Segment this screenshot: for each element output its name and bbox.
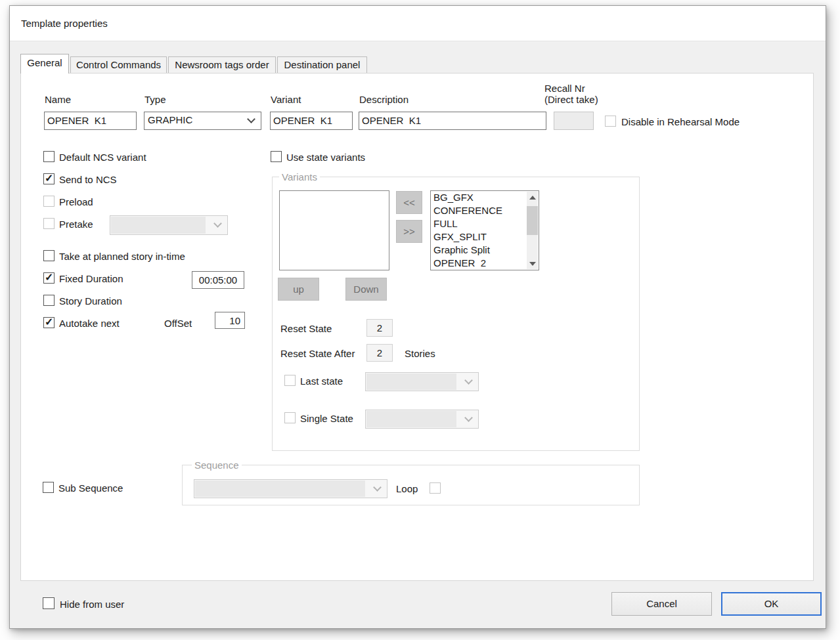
default-ncs-variant-label[interactable]: Default NCS variant [59,152,146,163]
recall-nr-label-line2: (Direct take) [544,94,598,105]
sequence-select-fill [195,480,365,497]
triangle-down-icon [529,262,536,266]
general-tab-panel: Name Type Variant Description Recall Nr … [20,73,814,581]
type-select-value: GRAPHIC [148,114,192,125]
preload-checkbox [43,196,55,207]
sub-sequence-checkbox[interactable] [43,482,54,493]
chevron-down-icon [464,414,473,422]
reset-state-after-input: 2 [366,344,393,362]
type-select[interactable]: GRAPHIC [144,112,261,130]
selected-variants-listbox[interactable] [279,190,389,270]
variants-scrollbar[interactable] [527,192,538,269]
hide-from-user-label[interactable]: Hide from user [60,599,124,610]
hide-from-user-checkbox[interactable] [43,597,55,609]
template-properties-dialog: Template properties General Control Comm… [9,5,826,629]
pretake-checkbox [43,218,55,229]
move-right-button: >> [396,220,422,243]
disable-in-rehearsal-label: Disable in Rehearsal Mode [621,116,740,127]
story-duration-checkbox[interactable] [43,295,55,306]
pretake-select [110,215,228,235]
take-at-planned-checkbox[interactable] [43,250,55,261]
chevron-down-icon [373,483,382,492]
description-label: Description [359,94,409,105]
chevron-down-icon [464,376,473,385]
list-item[interactable]: OPENER 2 [431,257,539,270]
fixed-duration-checkbox[interactable] [43,272,55,284]
preload-label: Preload [59,196,93,207]
list-item[interactable]: BG_GFX [431,191,539,204]
send-to-ncs-checkbox[interactable] [43,173,55,184]
recall-nr-label-line1: Recall Nr [544,83,585,94]
offset-label: OffSet [164,318,192,329]
chevron-down-icon [213,219,222,228]
name-label: Name [45,94,71,105]
recall-nr-input [554,112,594,130]
take-at-planned-label[interactable]: Take at planned story in-time [59,251,185,262]
dialog-titlebar: Template properties [10,6,826,41]
description-input[interactable]: OPENER K1 [359,112,546,130]
fixed-duration-label[interactable]: Fixed Duration [59,273,123,284]
tab-control-commands[interactable]: Control Commands [70,56,167,73]
up-button: up [278,278,319,301]
single-state-select-fill [366,411,456,427]
loop-label: Loop [396,483,418,494]
variants-group: Variants << >> BG_GFX CONFERENCE FULL GF… [272,177,640,451]
sequence-group: Sequence Loop [182,465,640,505]
disable-in-rehearsal-checkbox [605,116,616,127]
loop-checkbox [430,482,441,494]
triangle-up-icon [529,196,536,200]
type-label: Type [144,94,166,105]
reset-state-label: Reset State [280,323,332,334]
last-state-label: Last state [300,375,343,387]
variant-input[interactable]: OPENER K1 [270,112,353,130]
down-button: Down [345,278,387,301]
list-item[interactable]: FULL [431,217,539,230]
fixed-duration-input[interactable]: 00:05:00 [192,271,244,289]
variant-label: Variant [271,94,301,105]
scrollbar-thumb[interactable] [527,206,538,235]
single-state-select [365,410,479,429]
name-input[interactable]: OPENER K1 [44,112,137,130]
tab-general[interactable]: General [20,54,69,74]
sequence-select [194,479,387,498]
available-variants-listbox[interactable]: BG_GFX CONFERENCE FULL GFX_SPLIT Graphic… [430,190,539,270]
move-left-button: << [396,191,422,214]
sequence-group-label: Sequence [192,459,242,471]
default-ncs-variant-checkbox[interactable] [43,151,55,162]
chevron-down-icon [247,115,255,123]
pretake-label: Pretake [59,219,93,230]
send-to-ncs-label[interactable]: Send to NCS [59,174,117,185]
list-item[interactable]: CONFERENCE [431,204,539,217]
sub-sequence-label[interactable]: Sub Sequence [58,482,123,494]
last-state-select-fill [366,373,456,390]
offset-input[interactable]: 10 [215,312,245,329]
reset-state-input: 2 [366,319,393,337]
scroll-down-button[interactable] [527,258,538,269]
autotake-next-label[interactable]: Autotake next [59,318,120,329]
variants-group-label: Variants [279,171,320,182]
ok-button[interactable]: OK [721,592,822,616]
use-state-variants-label[interactable]: Use state variants [286,152,365,163]
tab-newsroom-tags-order[interactable]: Newsroom tags order [168,56,276,73]
last-state-select [365,372,479,391]
last-state-checkbox [284,375,296,386]
story-duration-label[interactable]: Story Duration [59,295,122,307]
list-item[interactable]: Graphic Split [431,244,539,257]
autotake-next-checkbox[interactable] [43,317,55,328]
single-state-checkbox [284,412,296,423]
list-item[interactable]: GFX_SPLIT [431,230,539,244]
single-state-label: Single State [300,413,353,424]
pretake-select-fill [111,217,206,234]
scroll-up-button[interactable] [527,192,538,203]
tab-destination-panel[interactable]: Destination panel [277,56,367,73]
reset-state-after-label: Reset State After [280,348,355,359]
stories-label: Stories [405,348,435,359]
use-state-variants-checkbox[interactable] [271,151,282,162]
cancel-button[interactable]: Cancel [611,592,712,616]
dialog-title: Template properties [21,18,108,29]
